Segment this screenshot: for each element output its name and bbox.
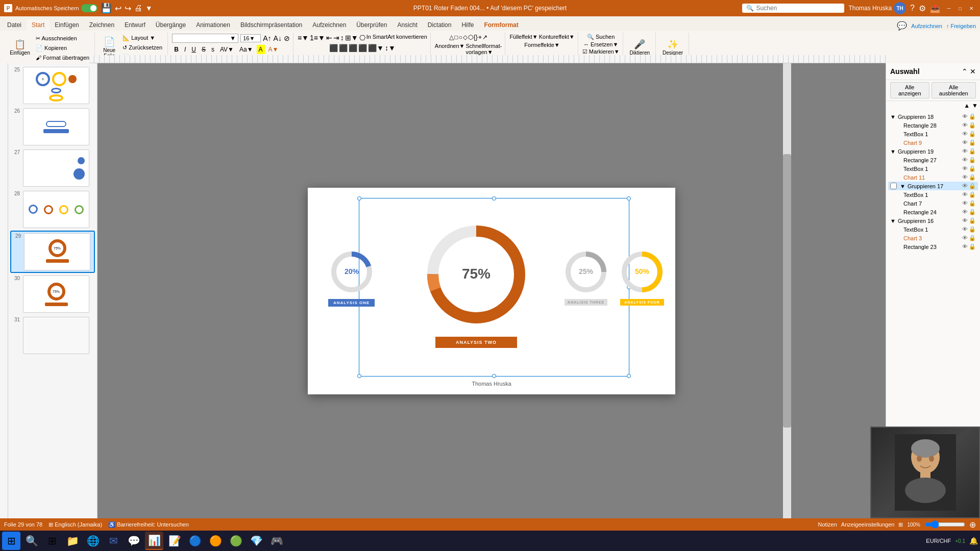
search-bar[interactable]: 🔍 xyxy=(742,4,844,13)
tree-item-textbox1-18[interactable]: TextBox 1 👁 🔒 xyxy=(894,130,978,138)
taskbar-start-button[interactable]: ⊞ xyxy=(2,532,20,550)
slide-thumb-29[interactable]: 29 75% xyxy=(10,231,95,273)
tree-expand-19[interactable]: ▼ xyxy=(890,148,896,155)
lock-icon-textbox1-18[interactable]: 🔒 xyxy=(969,131,976,137)
strikethrough-button[interactable]: S xyxy=(200,45,208,54)
handle-bl[interactable] xyxy=(357,374,361,378)
tab-formformat[interactable]: Formformat xyxy=(479,19,523,31)
tab-uebergaenge[interactable]: Übergänge xyxy=(151,19,191,31)
ribbon-comment-icon[interactable]: 💬 xyxy=(897,21,907,31)
autosave-switch[interactable] xyxy=(81,4,97,12)
taskbar-taskview[interactable]: ⊞ xyxy=(43,532,61,550)
checkbox-17[interactable] xyxy=(890,183,897,189)
lock-icon-textbox1-17[interactable]: 🔒 xyxy=(969,191,976,198)
taskbar-onenote[interactable]: 📝 xyxy=(165,532,184,550)
schnellformat-button[interactable]: Schnellformat-vorlagen▼ xyxy=(465,43,502,55)
tree-item-chart9[interactable]: Chart 9 👁 🔒 xyxy=(894,138,978,147)
slide-thumb-27[interactable]: 27 xyxy=(10,148,95,188)
tree-item-rect28[interactable]: Rectangle 28 👁 🔒 xyxy=(894,121,978,130)
kopieren-button[interactable]: 📄 Kopieren xyxy=(34,44,91,53)
search-input[interactable] xyxy=(756,5,817,12)
font-color-button[interactable]: A▼ xyxy=(266,45,281,54)
lock-icon-textbox1-19[interactable]: 🔒 xyxy=(969,165,976,172)
taskbar-extra2[interactable]: 🟠 xyxy=(206,532,225,550)
lock-icon-rect23[interactable]: 🔒 xyxy=(969,243,976,250)
diktieren-button[interactable]: 🎤 Diktieren xyxy=(627,38,652,57)
slide-thumb-31[interactable]: 31 xyxy=(10,315,95,356)
lock-icon-textbox1-16[interactable]: 🔒 xyxy=(969,226,976,233)
taskbar-edge[interactable]: 🌐 xyxy=(84,532,102,550)
fulleffekt-button[interactable]: Fülleffekt▼ xyxy=(509,34,537,40)
col-button[interactable]: ⬛▼ xyxy=(368,44,384,52)
shape4[interactable]: ◇ xyxy=(463,34,468,41)
tab-hilfe[interactable]: Hilfe xyxy=(456,19,479,31)
anordnen-button[interactable]: Anordnen▼ xyxy=(435,43,465,55)
decrease-font-icon[interactable]: A↓ xyxy=(274,34,282,42)
sort-down-icon[interactable]: ▼ xyxy=(972,102,978,109)
highlight-button[interactable]: A xyxy=(257,45,265,54)
taskbar-search[interactable]: 🔍 xyxy=(22,532,41,550)
hide-all-button[interactable]: Alle ausblenden xyxy=(932,82,976,98)
suchen-button[interactable]: 🔍 Suchen xyxy=(587,34,615,40)
lock-icon-16[interactable]: 🔒 xyxy=(969,217,976,224)
scroll-v[interactable] xyxy=(783,63,791,518)
lock-icon-chart3[interactable]: 🔒 xyxy=(969,235,976,241)
notizen-button[interactable]: Notizen xyxy=(818,521,837,528)
taskbar-powerpoint[interactable]: 📊 xyxy=(145,532,163,550)
shape7[interactable]: ⌖ xyxy=(478,34,482,41)
format-uebertragen-button[interactable]: 🖌 Format übertragen xyxy=(34,54,91,62)
tab-bildschirm[interactable]: Bildschirmpräsentation xyxy=(235,19,307,31)
lock-icon-chart9[interactable]: 🔒 xyxy=(969,139,976,146)
handle-tr[interactable] xyxy=(627,196,631,201)
lock-icon-17[interactable]: 🔒 xyxy=(969,183,976,189)
tree-item-textbox1-17[interactable]: TextBox 1 👁 🔒 xyxy=(894,190,978,199)
fit-icon[interactable]: ⊕ xyxy=(969,520,976,530)
einfuegen-button[interactable]: 📋 Einfügen xyxy=(7,38,33,57)
tab-start[interactable]: Start xyxy=(27,19,50,31)
taskbar-extra1[interactable]: 🔵 xyxy=(186,532,204,550)
tab-entwurf[interactable]: Entwurf xyxy=(119,19,151,31)
shape1[interactable]: △ xyxy=(449,34,454,41)
notification-icon[interactable]: 🔔 xyxy=(969,537,978,545)
aufzeichnen-button[interactable]: Aufzeichnen xyxy=(911,23,942,29)
tree-item-gruppieren18[interactable]: ▼ Gruppieren 18 👁 🔒 xyxy=(888,112,978,121)
tree-item-rect27[interactable]: Rectangle 27 👁 🔒 xyxy=(894,156,978,164)
visibility-icon-textbox1-16[interactable]: 👁 xyxy=(962,226,968,233)
handle-tl[interactable] xyxy=(357,196,361,201)
visibility-icon-chart3[interactable]: 👁 xyxy=(962,235,968,241)
tree-item-chart3[interactable]: Chart 3 👁 🔒 xyxy=(894,234,978,242)
visibility-icon-rect23[interactable]: 👁 xyxy=(962,243,968,250)
handle-br[interactable] xyxy=(627,374,631,378)
tab-dictation[interactable]: Dictation xyxy=(423,19,457,31)
bullets-button[interactable]: ≡▼ xyxy=(298,34,309,42)
slide-thumb-25[interactable]: 25 S xyxy=(10,65,95,106)
tree-item-gruppieren17[interactable]: ▼ Gruppieren 17 👁 🔒 xyxy=(888,182,978,190)
align-left-button[interactable]: ⬛ xyxy=(329,44,338,52)
spacing-button[interactable]: AV▼ xyxy=(218,45,236,54)
tab-aufzeichen[interactable]: Aufzeichnen xyxy=(307,19,351,31)
numbering-button[interactable]: 1≡▼ xyxy=(310,34,325,42)
bold-button[interactable]: B xyxy=(172,45,181,54)
align-center-button[interactable]: ⬛ xyxy=(339,44,348,52)
visibility-icon-17[interactable]: 👁 xyxy=(962,183,968,189)
lock-icon-chart11[interactable]: 🔒 xyxy=(969,174,976,181)
handle-bc[interactable] xyxy=(492,374,496,378)
visibility-icon-18[interactable]: 👁 xyxy=(962,113,968,120)
autosave-toggle[interactable]: Automatisches Speichern xyxy=(15,4,97,12)
close-button[interactable]: ✕ xyxy=(967,4,976,13)
lock-icon-18[interactable]: 🔒 xyxy=(969,113,976,120)
minimize-button[interactable]: ─ xyxy=(944,4,953,13)
increase-indent-button[interactable]: ⇥ xyxy=(333,34,339,42)
visibility-icon-textbox1-19[interactable]: 👁 xyxy=(962,165,968,172)
align-right-button[interactable]: ⬛ xyxy=(349,44,357,52)
maximize-button[interactable]: □ xyxy=(955,4,965,13)
kontureffekt-button[interactable]: Kontureffekt▼ xyxy=(539,34,575,40)
tree-item-gruppieren16[interactable]: ▼ Gruppieren 16 👁 🔒 xyxy=(888,216,978,225)
tab-datei[interactable]: Datei xyxy=(2,19,27,31)
ausschneiden-button[interactable]: ✂ Ausschneiden xyxy=(34,34,91,43)
decrease-indent-button[interactable]: ⇤ xyxy=(326,34,332,42)
taskbar-extra5[interactable]: 🎮 xyxy=(267,532,286,550)
visibility-icon-textbox1-17[interactable]: 👁 xyxy=(962,191,968,198)
taskbar-extra3[interactable]: 🟢 xyxy=(227,532,245,550)
formeffekte-button[interactable]: Formeffekte▼ xyxy=(524,42,559,48)
